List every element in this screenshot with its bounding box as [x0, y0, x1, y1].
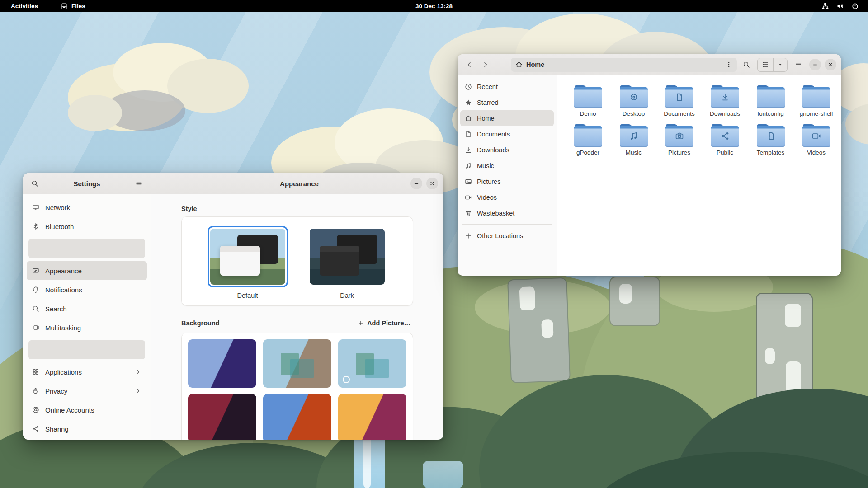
- background-thumbnail-yellow-purple-gradient[interactable]: [338, 394, 406, 440]
- folder-downloads[interactable]: Downloads: [702, 85, 748, 124]
- settings-window-title: Settings: [42, 180, 132, 188]
- video-icon: [465, 194, 472, 201]
- monitor-icon: [32, 204, 39, 211]
- em-template-icon: [766, 131, 776, 143]
- settings-menu-button[interactable]: [132, 176, 146, 191]
- kebab-icon: [725, 61, 732, 68]
- folder-pictures[interactable]: Pictures: [656, 124, 702, 163]
- settings-sidebar-item-bluetooth[interactable]: Bluetooth: [27, 217, 147, 236]
- files-sidebar-item-pictures[interactable]: Pictures: [460, 174, 554, 189]
- files-sidebar-item-wastebasket[interactable]: Wastebasket: [460, 205, 554, 221]
- settings-close-button[interactable]: [426, 178, 438, 189]
- folder-desktop[interactable]: Desktop: [611, 85, 656, 124]
- files-search-button[interactable]: [739, 57, 754, 72]
- path-bar[interactable]: Home: [511, 58, 737, 72]
- add-picture-button[interactable]: Add Picture…: [355, 318, 413, 328]
- background-thumbnail-adwaita-day-night-split[interactable]: [263, 339, 331, 388]
- folder-icon: [711, 85, 739, 108]
- share-icon: [32, 425, 39, 432]
- folder-music[interactable]: Music: [611, 124, 656, 163]
- system-tray[interactable]: [821, 2, 868, 10]
- bluetooth-icon: [32, 223, 39, 230]
- view-toggle: [757, 58, 788, 72]
- folder-videos[interactable]: Videos: [793, 124, 839, 163]
- files-sidebar-item-downloads[interactable]: Downloads: [460, 142, 554, 158]
- settings-headerbar: Settings Appearance: [23, 173, 443, 194]
- activities-button[interactable]: Activities: [8, 0, 41, 12]
- back-button[interactable]: [462, 57, 476, 72]
- bell-icon: [32, 286, 39, 293]
- folder-gpodder[interactable]: gPodder: [565, 124, 611, 163]
- volume-icon: [836, 2, 844, 10]
- files-sidebar-item-music[interactable]: Music: [460, 158, 554, 174]
- settings-sidebar: Network Bluetooth: [23, 194, 151, 440]
- list-view-button[interactable]: [758, 58, 773, 71]
- folder-fontconfig[interactable]: fontconfig: [748, 85, 793, 124]
- background-thumbnail-blue-orange-drips[interactable]: [263, 394, 331, 440]
- folder-documents[interactable]: Documents: [656, 85, 702, 124]
- settings-sidebar-item-notifications[interactable]: Notifications: [27, 280, 147, 299]
- style-option-dark[interactable]: Dark: [307, 226, 387, 299]
- background-thumbnail-blue-purple-hexagons[interactable]: [188, 339, 256, 388]
- settings-minimize-button[interactable]: [410, 178, 422, 189]
- settings-sidebar-item-label: Applications: [45, 368, 82, 376]
- settings-sidebar-item-appearance[interactable]: Appearance: [27, 261, 147, 280]
- settings-search-button[interactable]: [28, 176, 42, 191]
- settings-sidebar-item-search[interactable]: Search: [27, 299, 147, 318]
- home-icon: [515, 61, 523, 68]
- folder-gnome-shell[interactable]: gnome-shell: [793, 85, 839, 124]
- settings-sidebar-item-label: Network: [45, 204, 70, 211]
- files-sidebar-item-starred[interactable]: Starred: [460, 94, 554, 110]
- folder-demo[interactable]: Demo: [565, 85, 611, 124]
- path-label: Home: [526, 61, 544, 68]
- stone-tower: [609, 277, 660, 326]
- files-sidebar-item-home[interactable]: Home: [460, 110, 554, 126]
- settings-sidebar-item[interactable]: [28, 239, 145, 258]
- add-picture-label: Add Picture…: [367, 319, 410, 327]
- path-menu-button[interactable]: [725, 61, 732, 68]
- folder-name: gPodder: [576, 149, 599, 156]
- settings-sidebar-item-sharing[interactable]: Sharing: [27, 419, 147, 438]
- files-sidebar-item-recent[interactable]: Recent: [460, 79, 554, 94]
- files-sidebar-item[interactable]: [462, 224, 552, 225]
- folder-templates[interactable]: Templates: [748, 124, 793, 163]
- clock-icon: [465, 83, 472, 90]
- settings-sidebar-item-applications[interactable]: Applications: [27, 362, 147, 381]
- files-close-button[interactable]: [825, 59, 836, 70]
- clock[interactable]: 30 Dec 13:28: [415, 3, 453, 9]
- folder-icon: [802, 124, 830, 147]
- settings-sidebar-item-online-accounts[interactable]: Online Accounts: [27, 400, 147, 419]
- style-dark-preview: [310, 229, 385, 285]
- settings-sidebar-item-privacy[interactable]: Privacy: [27, 381, 147, 400]
- folder-icon: [711, 124, 739, 147]
- files-sidebar-item-videos[interactable]: Videos: [460, 189, 554, 205]
- music-icon: [465, 162, 472, 169]
- forward-button[interactable]: [478, 57, 493, 72]
- background-thumbnail-adwaita-day[interactable]: [338, 339, 406, 388]
- settings-sidebar-item-label: Search: [45, 305, 67, 313]
- files-sidebar-item-documents[interactable]: Documents: [460, 126, 554, 142]
- hamburger-icon: [135, 180, 142, 187]
- folder-icon: [574, 85, 602, 108]
- folder-public[interactable]: Public: [702, 124, 748, 163]
- style-option-default[interactable]: Default: [208, 226, 288, 299]
- chevron-right-icon: [134, 368, 142, 375]
- folder-name: Pictures: [668, 149, 690, 156]
- files-minimize-button[interactable]: [809, 59, 821, 70]
- settings-sidebar-item-network[interactable]: Network: [27, 198, 147, 217]
- files-menu-button[interactable]: [791, 57, 806, 72]
- music-icon: [629, 131, 639, 143]
- background-thumbnail-dark-red-shapes[interactable]: [188, 394, 256, 440]
- settings-sidebar-item-label: Sharing: [45, 425, 69, 433]
- doc-icon: [465, 131, 472, 138]
- files-sidebar-item-label: Other Locations: [477, 232, 523, 239]
- em-camera-icon: [675, 131, 684, 143]
- files-app-icon: [61, 3, 68, 10]
- files-sidebar-item-other-locations[interactable]: Other Locations: [460, 228, 554, 244]
- settings-sidebar-item-label: Appearance: [45, 267, 82, 275]
- files-sidebar: Recent Starred Home Documents Downloads …: [458, 75, 557, 276]
- app-menu-files[interactable]: Files: [58, 0, 88, 12]
- view-options-dropdown[interactable]: [773, 58, 787, 71]
- settings-sidebar-item[interactable]: [28, 340, 145, 359]
- settings-sidebar-item-multitasking[interactable]: Multitasking: [27, 318, 147, 337]
